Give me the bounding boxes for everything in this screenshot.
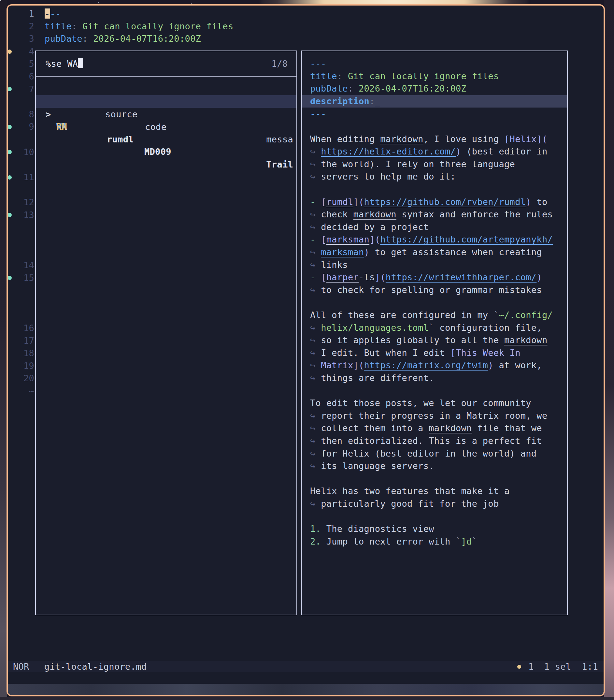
preview-line — [302, 120, 567, 133]
wallpaper-stars — [0, 0, 1, 1]
line-number: 5 — [29, 58, 34, 71]
line-number: 18 — [24, 347, 34, 360]
gutter-tilde: ~ — [29, 385, 34, 398]
preview-line: ↪ check markdown syntax and enforce the … — [302, 208, 567, 221]
preview-pane: ---title: Git can locally ignore filespu… — [301, 50, 568, 615]
preview-line: ↪ I edit. But when I edit [This Week In — [302, 347, 567, 360]
line-number: 12 — [24, 196, 34, 209]
gutter: 1234567891011121314151617181920~ — [8, 5, 34, 695]
line-number: 11 — [24, 171, 34, 184]
preview-line — [302, 510, 567, 523]
preview-line: 1. The diagnostics view — [302, 523, 567, 535]
preview-line — [302, 385, 567, 397]
preview-line: ↪ Matrix](https://matrix.org/twim) at wo… — [302, 359, 567, 372]
preview-line: --- — [302, 108, 567, 120]
text-cursor — [78, 58, 83, 68]
selection-count: 1 sel — [544, 660, 571, 673]
preview-line: ↪ decided by a project — [302, 221, 567, 234]
preview-line-highlighted: description:_ — [302, 95, 567, 108]
terminal-window: 1234567891011121314151617181920~ ---titl… — [7, 4, 605, 697]
preview-content: ---title: Git can locally ignore filespu… — [302, 51, 567, 615]
preview-line: ↪ report their progress in a Matrix room… — [302, 410, 567, 422]
preview-line: pubDate: 2026-04-07T16:20:00Z — [302, 83, 567, 95]
preview-line: --- — [302, 57, 567, 70]
preview-line: ↪ to check for spelling or grammar mista… — [302, 284, 567, 297]
preview-line: ↪ then editorialized. This is a perfect … — [302, 435, 567, 448]
diagnostics-picker: %se WA 1/8 severity source code messa > … — [35, 50, 297, 615]
preview-line: title: Git can locally ignore files — [302, 70, 567, 83]
preview-line: - [rumdl](https://github.com/rvben/rumdl… — [302, 196, 567, 209]
column-header-source: source — [105, 108, 138, 121]
cursor-position: 1:1 — [582, 660, 598, 673]
picker-search-input[interactable]: %se WA 1/8 — [36, 51, 296, 76]
preview-line: ↪ links — [302, 259, 567, 272]
line-number: 15 — [24, 272, 34, 285]
preview-line: ↪ so it applies globally to all the mark… — [302, 334, 567, 347]
line-number: 8 — [29, 108, 34, 121]
preview-line: ↪ its language servers. — [302, 460, 567, 473]
picker-result-count: 1/8 — [271, 58, 287, 71]
preview-line — [302, 473, 567, 485]
line-number: 6 — [29, 71, 34, 83]
selection-marker: > — [46, 108, 51, 121]
status-bar: NOR git-local-ignore.md 1 1 sel 1:1 — [8, 661, 604, 672]
warning-dot-icon — [517, 665, 521, 669]
line-number: 19 — [24, 360, 34, 373]
window-bottom-band — [8, 684, 604, 695]
preview-line: ↪ things are different. — [302, 372, 567, 385]
column-header-code: code — [145, 121, 166, 133]
preview-line: ↪ collect them into a markdown file that… — [302, 422, 567, 435]
preview-line — [302, 296, 567, 309]
line-number: 17 — [24, 335, 34, 347]
line-number: 2 — [29, 20, 34, 33]
line-number: 16 — [24, 322, 34, 335]
preview-line: ↪ the world). I rely on three language — [302, 158, 567, 171]
mode-indicator: NOR — [13, 660, 29, 673]
buffer-line[interactable]: --- — [44, 8, 61, 20]
line-number: 9 — [29, 121, 34, 133]
preview-line: All of these are configured in my `~/.co… — [302, 309, 567, 322]
line-number: 1 — [29, 8, 34, 20]
picker-row-selected[interactable]: > WARN rumdl MD009 Trail — [36, 95, 296, 108]
preview-line: ↪ https://helix-editor.com/) (best edito… — [302, 145, 567, 158]
line-number: 10 — [24, 146, 34, 159]
preview-line: ↪ particularly good fit for the job — [302, 498, 567, 510]
wallpaper-bottom-strip — [0, 697, 614, 700]
preview-line: - [harper-ls](https://writewithharper.co… — [302, 271, 567, 284]
wallpaper-left-strip — [0, 0, 7, 700]
line-number: 14 — [24, 259, 34, 272]
preview-line: To edit those posts, we let our communit… — [302, 397, 567, 410]
preview-line: ↪ marksman) to get assistance when creat… — [302, 246, 567, 259]
diagnostic-count: 1 — [528, 660, 534, 673]
filename: git-local-ignore.md — [44, 660, 147, 673]
preview-line: - [marksman](https://github.com/artempya… — [302, 233, 567, 246]
wallpaper-right-strip — [604, 0, 614, 700]
preview-line: Helix has two features that make it a — [302, 485, 567, 498]
line-number: 7 — [29, 83, 34, 96]
preview-line — [302, 183, 567, 196]
line-number: 13 — [24, 209, 34, 222]
line-number: 4 — [29, 45, 34, 58]
preview-line: 2. Jump to next error with `]d` — [302, 535, 567, 548]
picker-query-text: %se WA — [46, 58, 83, 71]
buffer-line[interactable]: title: Git can locally ignore files — [44, 20, 233, 33]
buffer-line[interactable]: pubDate: 2026-04-07T16:20:00Z — [44, 33, 201, 45]
line-number: 3 — [29, 33, 34, 45]
line-number: 20 — [24, 372, 34, 385]
diagnostic-dot-icon — [8, 50, 12, 54]
column-header-message: messa — [266, 133, 293, 146]
preview-line: ↪ helix/languages.toml` configuration fi… — [302, 322, 567, 334]
message-cell: Trail — [266, 158, 293, 171]
diagnostic-dot-icon — [8, 175, 12, 179]
preview-line: ↪ servers to help me do it: — [302, 171, 567, 183]
preview-line: ↪ for Helix (best editor in the world) a… — [302, 448, 567, 460]
source-cell: rumdl — [107, 133, 134, 146]
code-cell: MD009 — [144, 145, 171, 158]
picker-column-headers: severity source code messa — [36, 83, 296, 96]
preview-line: When editing markdown, I love using [Hel… — [302, 133, 567, 146]
picker-separator — [36, 76, 296, 77]
